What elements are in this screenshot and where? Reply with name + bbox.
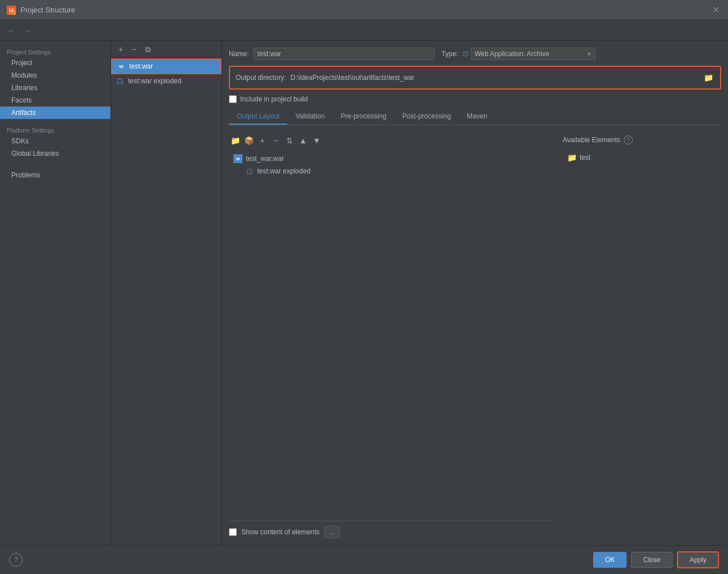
ok-button[interactable]: OK (593, 552, 627, 568)
right-area: + − ⧉ W test:war ⊡ (111, 41, 728, 545)
output-dir-label: Output directory: (236, 74, 286, 82)
tab-validation[interactable]: Validation (287, 109, 333, 125)
available-elements-help-icon[interactable]: ? (624, 135, 633, 144)
available-tree: 📁 test (563, 149, 721, 538)
artifact-item-test-war-exploded[interactable]: ⊡ test:war exploded (111, 74, 222, 88)
browse-output-dir-button[interactable]: 📁 (702, 71, 714, 84)
war-ref-icon: ⊡ (245, 167, 254, 176)
show-content-label: Show content of elements (241, 528, 320, 536)
sidebar-item-libraries[interactable]: Libraries (0, 82, 110, 94)
war-icon: W (117, 62, 126, 71)
artifact-list-toolbar: + − ⧉ (111, 41, 222, 58)
forward-button[interactable]: → (20, 24, 34, 37)
output-dir-input[interactable] (291, 74, 697, 82)
close-dialog-button[interactable]: Close (631, 552, 672, 568)
name-label: Name: (229, 50, 249, 58)
type-field-group: Type: ⊡ Web Application: Archive Web App… (441, 48, 595, 60)
test-module-folder-icon: 📁 (567, 153, 576, 162)
type-select[interactable]: Web Application: Archive Web Application… (471, 48, 595, 60)
war-exploded-icon: ⊡ (116, 76, 125, 86)
name-type-row: Name: Type: ⊡ Web Application: Archive W… (229, 48, 721, 60)
remove-artifact-button[interactable]: − (128, 43, 141, 56)
title-bar: IJ Project Structure ✕ (0, 0, 728, 20)
include-build-checkbox[interactable] (229, 95, 237, 103)
include-build-row: Include in project build (229, 95, 721, 103)
output-tree: W test_war.war ⊡ test:war exploded (229, 150, 554, 518)
sidebar-item-problems[interactable]: Problems (0, 169, 110, 181)
type-label: Type: (441, 50, 458, 58)
show-content-checkbox[interactable] (229, 528, 237, 536)
project-structure-dialog: IJ Project Structure ✕ ← → Project Setti… (0, 0, 728, 574)
tab-post-processing[interactable]: Post-processing (394, 109, 459, 125)
dialog-title: Project Structure (20, 6, 75, 14)
sidebar-item-global-libraries[interactable]: Global Libraries (0, 147, 110, 160)
dialog-close-button[interactable]: ✕ (710, 5, 721, 16)
help-button[interactable]: ? (9, 553, 23, 567)
apply-button[interactable]: Apply (677, 551, 719, 568)
output-toolbar: 📁 📦 + − ⇅ ▲ ▼ (229, 133, 554, 148)
artifact-list: W test:war ⊡ test:war exploded (111, 58, 222, 545)
add-file-button[interactable]: + (256, 134, 269, 147)
move-up-button[interactable]: ▲ (297, 134, 309, 147)
available-elements-panel: Available Elements ? 📁 test (563, 133, 721, 538)
tree-item-war-exploded-ref[interactable]: ⊡ test:war exploded (229, 165, 554, 177)
sidebar-item-facets[interactable]: Facets (0, 94, 110, 107)
create-archive-button[interactable]: 📦 (242, 134, 255, 147)
output-dir-row: Output directory: 📁 (229, 66, 721, 90)
add-artifact-button[interactable]: + (114, 43, 127, 56)
create-dir-button[interactable]: 📁 (229, 134, 241, 147)
move-down-button[interactable]: ▼ (310, 134, 323, 147)
tab-output-layout[interactable]: Output Layout (229, 109, 287, 125)
body-split: + − ⧉ W test:war ⊡ (111, 41, 728, 545)
copy-artifact-button[interactable]: ⧉ (142, 43, 154, 56)
remove-file-button[interactable]: − (270, 134, 282, 147)
name-input[interactable] (253, 48, 435, 60)
sidebar: Project Settings Project Modules Librari… (0, 41, 111, 545)
artifact-list-panel: + − ⧉ W test:war ⊡ (111, 41, 222, 545)
tab-content: 📁 📦 + − ⇅ ▲ ▼ W (229, 133, 721, 538)
sidebar-item-sdks[interactable]: SDKs (0, 135, 110, 147)
show-content-options-button[interactable]: ... (324, 526, 340, 538)
main-content: Project Settings Project Modules Librari… (0, 41, 728, 545)
tab-maven[interactable]: Maven (459, 109, 495, 125)
project-settings-section: Project Settings (0, 45, 110, 57)
back-button[interactable]: ← (5, 24, 18, 37)
app-icon: IJ (7, 6, 16, 15)
sidebar-item-modules[interactable]: Modules (0, 69, 110, 82)
name-field-group: Name: (229, 48, 435, 60)
war-file-icon: W (233, 154, 242, 163)
include-build-label: Include in project build (240, 95, 308, 103)
type-select-wrapper: ⊡ Web Application: Archive Web Applicati… (463, 48, 595, 60)
platform-settings-section: Platform Settings (0, 124, 110, 135)
right-panel: Name: Type: ⊡ Web Application: Archive W… (222, 41, 728, 545)
title-bar-left: IJ Project Structure (7, 6, 75, 15)
sort-button[interactable]: ⇅ (283, 134, 296, 147)
tabs-bar: Output Layout Validation Pre-processing … (229, 109, 721, 125)
output-layout-panel: 📁 📦 + − ⇅ ▲ ▼ W (229, 133, 554, 538)
artifact-item-test-war[interactable]: W test:war (111, 58, 222, 74)
tab-pre-processing[interactable]: Pre-processing (333, 109, 394, 125)
sidebar-item-project[interactable]: Project (0, 57, 110, 69)
available-header: Available Elements ? (563, 133, 721, 147)
footer-buttons: OK Close Apply (593, 551, 719, 568)
footer-bar: ? OK Close Apply (0, 545, 728, 574)
type-icon: ⊡ (463, 50, 469, 58)
available-item-test[interactable]: 📁 test (563, 151, 721, 164)
tree-item-war-file[interactable]: W test_war.war (229, 152, 554, 165)
nav-bar: ← → (0, 20, 728, 41)
show-content-row: Show content of elements ... (229, 521, 554, 538)
sidebar-item-artifacts[interactable]: Artifacts (0, 107, 110, 119)
